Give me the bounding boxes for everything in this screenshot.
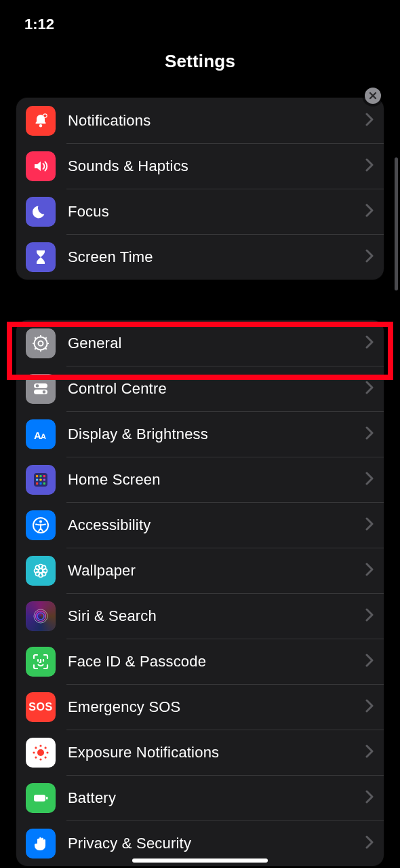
chevron-right-icon bbox=[365, 517, 374, 533]
hourglass-icon bbox=[26, 242, 56, 272]
svg-rect-62 bbox=[46, 797, 48, 799]
settings-row-accessibility[interactable]: Accessibility bbox=[16, 502, 384, 548]
svg-point-59 bbox=[35, 756, 37, 758]
svg-point-37 bbox=[39, 520, 42, 523]
svg-rect-27 bbox=[36, 475, 38, 477]
svg-line-18 bbox=[35, 347, 36, 349]
settings-row-siri[interactable]: Siri & Search bbox=[16, 593, 384, 639]
switches-icon bbox=[26, 374, 56, 404]
settings-group-2: General Control Centre AA Display & Brig… bbox=[16, 320, 384, 866]
svg-rect-33 bbox=[36, 482, 38, 484]
hand-icon bbox=[26, 829, 56, 858]
gear-icon bbox=[26, 328, 56, 358]
svg-rect-35 bbox=[43, 482, 45, 484]
row-label: Exposure Notifications bbox=[68, 744, 359, 761]
svg-rect-32 bbox=[43, 478, 45, 480]
chevron-right-icon bbox=[365, 204, 374, 220]
sos-text: SOS bbox=[28, 701, 52, 713]
row-label: Face ID & Passcode bbox=[68, 653, 359, 671]
svg-point-56 bbox=[46, 751, 48, 753]
svg-rect-34 bbox=[39, 482, 41, 484]
row-label: Accessibility bbox=[68, 516, 359, 534]
chevron-right-icon bbox=[365, 835, 374, 852]
settings-list: Notifications Sounds & Haptics Focus Scr… bbox=[0, 98, 400, 866]
settings-row-display[interactable]: AA Display & Brightness bbox=[16, 411, 384, 457]
chevron-right-icon bbox=[365, 158, 374, 174]
status-time: 1:12 bbox=[24, 16, 54, 33]
row-label: Screen Time bbox=[68, 248, 359, 266]
row-label: Emergency SOS bbox=[68, 698, 359, 716]
chevron-right-icon bbox=[365, 608, 374, 624]
chevron-right-icon bbox=[365, 472, 374, 488]
status-bar: 1:12 bbox=[0, 0, 400, 37]
svg-point-21 bbox=[36, 384, 39, 388]
settings-row-sos[interactable]: SOS Emergency SOS bbox=[16, 684, 384, 730]
exposure-icon bbox=[26, 738, 56, 768]
chevron-right-icon bbox=[365, 426, 374, 442]
accessibility-icon bbox=[26, 510, 56, 540]
chevron-right-icon bbox=[365, 744, 374, 761]
svg-point-48 bbox=[37, 613, 44, 620]
row-label: Sounds & Haptics bbox=[68, 157, 359, 175]
settings-row-notifications[interactable]: Notifications bbox=[16, 98, 384, 143]
settings-row-battery[interactable]: Battery bbox=[16, 775, 384, 820]
svg-line-15 bbox=[35, 337, 36, 339]
row-label: Notifications bbox=[68, 112, 359, 130]
chevron-right-icon bbox=[365, 563, 374, 579]
row-label: Display & Brightness bbox=[68, 426, 359, 443]
row-label: Siri & Search bbox=[68, 607, 359, 625]
settings-row-focus[interactable]: Focus bbox=[16, 189, 384, 234]
settings-group-1: Notifications Sounds & Haptics Focus Scr… bbox=[16, 98, 384, 280]
settings-row-exposure[interactable]: Exposure Notifications bbox=[16, 730, 384, 775]
svg-point-58 bbox=[45, 747, 47, 749]
row-label: Control Centre bbox=[68, 380, 359, 398]
svg-point-23 bbox=[43, 390, 46, 394]
home-indicator[interactable] bbox=[132, 858, 268, 863]
svg-point-9 bbox=[43, 114, 46, 117]
svg-text:A: A bbox=[41, 432, 46, 440]
svg-point-19 bbox=[39, 341, 43, 345]
chevron-right-icon bbox=[365, 335, 374, 352]
svg-line-17 bbox=[45, 337, 47, 339]
faceid-icon bbox=[26, 647, 56, 677]
chevron-right-icon bbox=[365, 113, 374, 129]
svg-rect-31 bbox=[39, 478, 41, 480]
svg-point-55 bbox=[33, 751, 35, 753]
speaker-icon bbox=[26, 151, 56, 181]
flower-icon bbox=[26, 556, 56, 586]
battery-full-icon bbox=[26, 783, 56, 813]
svg-rect-30 bbox=[36, 478, 38, 480]
row-label: Home Screen bbox=[68, 471, 359, 489]
settings-row-control-centre[interactable]: Control Centre bbox=[16, 366, 384, 411]
settings-row-sounds[interactable]: Sounds & Haptics bbox=[16, 143, 384, 189]
settings-row-wallpaper[interactable]: Wallpaper bbox=[16, 548, 384, 593]
svg-point-52 bbox=[37, 749, 44, 756]
svg-rect-61 bbox=[34, 795, 45, 801]
app-grid-icon bbox=[26, 465, 56, 495]
svg-rect-29 bbox=[43, 475, 45, 477]
scrollbar[interactable] bbox=[395, 157, 398, 290]
settings-row-face-id[interactable]: Face ID & Passcode bbox=[16, 639, 384, 684]
moon-icon bbox=[26, 197, 56, 227]
svg-point-7 bbox=[39, 124, 42, 127]
row-label: General bbox=[68, 335, 359, 352]
text-size-icon: AA bbox=[26, 419, 56, 449]
settings-row-general[interactable]: General bbox=[16, 320, 384, 366]
row-label: Privacy & Security bbox=[68, 835, 359, 852]
svg-point-57 bbox=[35, 747, 37, 749]
siri-icon bbox=[26, 601, 56, 631]
svg-line-16 bbox=[45, 347, 47, 349]
svg-point-54 bbox=[39, 758, 41, 760]
chevron-right-icon bbox=[365, 699, 374, 715]
row-label: Focus bbox=[68, 203, 359, 221]
settings-row-home-screen[interactable]: Home Screen bbox=[16, 457, 384, 502]
row-label: Wallpaper bbox=[68, 562, 359, 580]
chevron-right-icon bbox=[365, 790, 374, 806]
svg-point-53 bbox=[39, 744, 41, 747]
settings-row-screen-time[interactable]: Screen Time bbox=[16, 234, 384, 280]
bell-badge-icon bbox=[26, 106, 56, 136]
sos-icon: SOS bbox=[26, 692, 56, 722]
svg-point-60 bbox=[45, 756, 47, 758]
page-title: Settings bbox=[0, 37, 400, 86]
chevron-right-icon bbox=[365, 381, 374, 397]
